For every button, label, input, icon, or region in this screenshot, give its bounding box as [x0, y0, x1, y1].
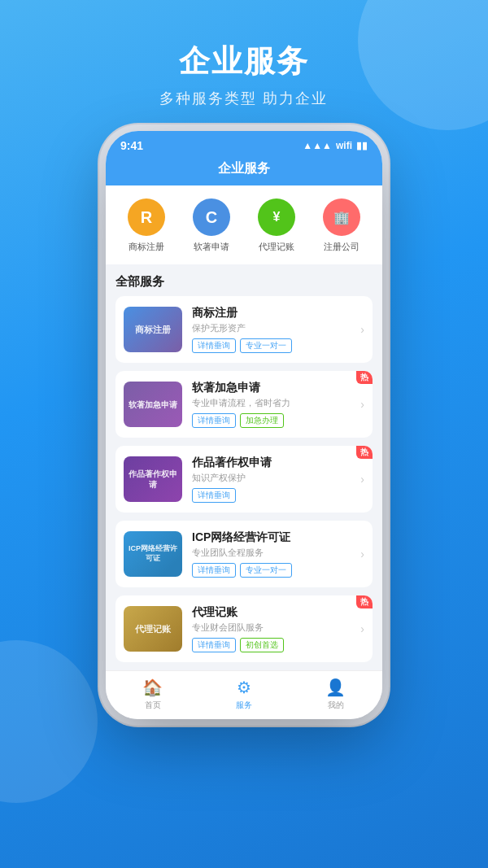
service-info-icp: ICP网络经营许可证 专业团队全程服务 详情垂询 专业一对一	[192, 530, 347, 578]
tag-urgent: 加急办理	[240, 413, 284, 428]
signal-icon: ▲▲▲	[303, 140, 332, 151]
quick-label-company: 注册公司	[324, 241, 359, 253]
service-tags-icp: 详情垂询 专业一对一	[192, 563, 347, 578]
chevron-icon-3: ›	[360, 473, 364, 486]
service-info-trademark: 商标注册 保护无形资产 详情垂询 专业一对一	[192, 306, 347, 353]
tab-icon-services: ⚙	[237, 678, 251, 697]
service-item-software-urgent[interactable]: 软著加急申请 软著加急申请 专业申请流程，省时省力 详情垂询 加急办理 › 热	[115, 371, 373, 438]
chevron-icon-4: ›	[360, 547, 364, 560]
service-info-copyright-work: 作品著作权申请 知识产权保护 详情垂询	[192, 456, 347, 503]
tag-consult: 详情垂询	[192, 338, 236, 353]
main-content: 全部服务 商标注册 商标注册 保护无形资产 详情垂询 专业一对一 ›	[106, 264, 382, 670]
tag-starter: 初创首选	[240, 638, 284, 652]
service-info-software-urgent: 软著加急申请 专业申请流程，省时省力 详情垂询 加急办理	[192, 381, 347, 428]
service-desc-trademark: 保护无形资产	[192, 322, 347, 334]
service-item-trademark[interactable]: 商标注册 商标注册 保护无形资产 详情垂询 专业一对一 ›	[115, 296, 373, 363]
chevron-icon-2: ›	[360, 398, 364, 411]
service-tags-trademark: 详情垂询 专业一对一	[192, 338, 347, 353]
tab-services[interactable]: ⚙ 服务	[236, 678, 252, 711]
service-thumb-software-urgent: 软著加急申请	[124, 382, 182, 427]
tab-bar: 🏠 首页 ⚙ 服务 👤 我的	[106, 670, 382, 719]
chevron-icon-5: ›	[360, 622, 364, 635]
quick-label-accounting: 代理记账	[259, 241, 294, 253]
service-item-bookkeeping[interactable]: 代理记账 代理记账 专业财会团队服务 详情垂询 初创首选 › 热	[115, 595, 373, 662]
quick-icon-trademark: R	[128, 198, 165, 236]
tab-label-home: 首页	[145, 700, 161, 711]
quick-icon-copyright: C	[193, 198, 230, 236]
status-icons: ▲▲▲ wifi ▮▮	[303, 140, 368, 151]
tag-consult-4: 详情垂询	[192, 563, 236, 578]
service-thumb-bookkeeping: 代理记账	[124, 606, 182, 652]
service-item-icp[interactable]: ICP网络经营许可证 ICP网络经营许可证 专业团队全程服务 详情垂询 专业一对…	[115, 521, 373, 587]
tab-home[interactable]: 🏠 首页	[142, 678, 163, 711]
battery-icon: ▮▮	[356, 140, 368, 151]
service-desc-bookkeeping: 专业财会团队服务	[192, 622, 347, 634]
quick-item-company[interactable]: 🏢 注册公司	[323, 198, 360, 253]
quick-icons-row: R 商标注册 C 软著申请 ¥ 代理记账 🏢 注册公司	[106, 185, 382, 264]
service-name-icp: ICP网络经营许可证	[192, 530, 347, 545]
status-bar: 9:41 ▲▲▲ wifi ▮▮	[106, 131, 382, 157]
chevron-icon: ›	[360, 323, 364, 336]
hot-badge-bookkeeping: 热	[356, 595, 373, 608]
tag-professional: 专业一对一	[240, 338, 292, 353]
service-thumb-icp: ICP网络经营许可证	[124, 531, 182, 577]
service-thumb-copyright-work: 作品著作权申请	[124, 456, 182, 502]
quick-item-trademark[interactable]: R 商标注册	[128, 198, 165, 253]
tab-icon-mine: 👤	[325, 678, 346, 697]
nav-bar: 企业服务	[106, 157, 382, 185]
tab-label-mine: 我的	[328, 700, 344, 711]
tag-consult-3: 详情垂询	[192, 488, 236, 503]
service-name-software-urgent: 软著加急申请	[192, 381, 347, 395]
service-name-trademark: 商标注册	[192, 306, 347, 321]
page-subtitle: 多种服务类型 助力企业	[0, 89, 488, 108]
quick-label-copyright: 软著申请	[194, 241, 229, 253]
service-tags-software-urgent: 详情垂询 加急办理	[192, 413, 347, 428]
hot-badge-software: 热	[356, 371, 373, 384]
service-name-bookkeeping: 代理记账	[192, 605, 347, 620]
hot-badge-copyright: 热	[356, 446, 373, 459]
tag-consult-2: 详情垂询	[192, 413, 236, 428]
section-title: 全部服务	[115, 264, 373, 296]
tab-label-services: 服务	[236, 700, 252, 711]
service-thumb-trademark: 商标注册	[124, 307, 182, 352]
tab-icon-home: 🏠	[142, 678, 163, 697]
status-time: 9:41	[120, 139, 143, 152]
service-desc-copyright-work: 知识产权保护	[192, 472, 347, 484]
wifi-icon: wifi	[336, 140, 352, 151]
tag-consult-5: 详情垂询	[192, 638, 236, 652]
service-tags-bookkeeping: 详情垂询 初创首选	[192, 638, 347, 652]
header-area: 企业服务 多种服务类型 助力企业	[0, 0, 488, 108]
service-info-bookkeeping: 代理记账 专业财会团队服务 详情垂询 初创首选	[192, 605, 347, 652]
page-title: 企业服务	[0, 41, 488, 82]
service-item-copyright-work[interactable]: 作品著作权申请 作品著作权申请 知识产权保护 详情垂询 › 热	[115, 446, 373, 513]
tag-professional-2: 专业一对一	[240, 563, 292, 578]
phone-mockup: 9:41 ▲▲▲ wifi ▮▮ 企业服务 R 商标注册 C 软著申请 ¥ 代理…	[106, 131, 382, 719]
service-desc-icp: 专业团队全程服务	[192, 547, 347, 559]
quick-icon-company: 🏢	[323, 198, 360, 236]
tab-mine[interactable]: 👤 我的	[325, 678, 346, 711]
quick-icon-accounting: ¥	[258, 198, 295, 236]
quick-label-trademark: 商标注册	[129, 241, 164, 253]
service-name-copyright-work: 作品著作权申请	[192, 456, 347, 470]
bg-circle-bottom	[0, 640, 98, 803]
quick-item-copyright[interactable]: C 软著申请	[193, 198, 230, 253]
service-desc-software-urgent: 专业申请流程，省时省力	[192, 397, 347, 409]
quick-item-accounting[interactable]: ¥ 代理记账	[258, 198, 295, 253]
service-tags-copyright-work: 详情垂询	[192, 488, 347, 503]
nav-title: 企业服务	[218, 161, 270, 175]
service-list: 商标注册 商标注册 保护无形资产 详情垂询 专业一对一 › 软著加急申请	[115, 296, 373, 670]
